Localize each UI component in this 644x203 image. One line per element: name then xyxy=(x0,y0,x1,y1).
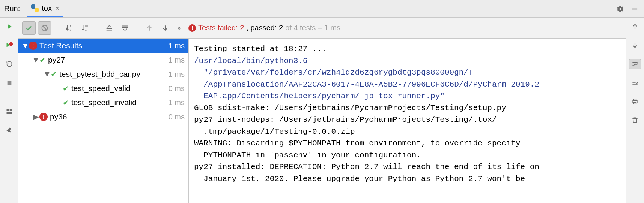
minimize-button[interactable] xyxy=(629,4,640,14)
tree-time: 1 ms xyxy=(169,70,185,79)
svg-text:!: ! xyxy=(10,43,11,46)
tree-time: 0 ms xyxy=(169,113,185,121)
toolbar-separator xyxy=(97,22,97,34)
more-button[interactable]: » xyxy=(174,21,184,35)
test-status-text: ! Tests failed: 2, passed: 2 of 4 tests … xyxy=(188,24,340,32)
tree-time: 1 ms xyxy=(169,42,185,50)
fail-indicator-icon: ! xyxy=(188,24,196,32)
toolbar-separator xyxy=(137,22,137,34)
console-output[interactable]: Testing started at 18:27 ... /usr/local/… xyxy=(189,39,626,203)
soft-wrap-button[interactable] xyxy=(629,59,641,69)
close-tab-icon[interactable]: ✕ xyxy=(55,5,60,12)
expand-all-button[interactable] xyxy=(102,21,116,35)
run-panel-header: Run: tox ✕ xyxy=(0,0,644,18)
toggle-autotest-button[interactable] xyxy=(3,59,15,69)
svg-text:a: a xyxy=(70,25,72,28)
show-ignored-button[interactable] xyxy=(38,21,51,35)
rerun-failed-button[interactable]: ! xyxy=(3,40,15,51)
scroll-up-button[interactable] xyxy=(629,21,641,32)
scroll-down-button[interactable] xyxy=(629,40,641,51)
scroll-to-end-button[interactable] xyxy=(629,78,641,88)
run-tab-tox[interactable]: tox ✕ xyxy=(27,0,63,17)
svg-rect-11 xyxy=(633,99,636,100)
tree-node-py27[interactable]: ▼ ✔ py27 1 ms xyxy=(18,53,188,67)
expander-icon[interactable]: ▼ xyxy=(32,55,39,64)
svg-text:z: z xyxy=(70,28,71,31)
gutter-separator xyxy=(4,97,14,97)
expander-icon[interactable]: ▶ xyxy=(32,112,39,121)
pass-icon: ✔ xyxy=(39,55,46,64)
settings-button[interactable] xyxy=(615,4,626,14)
collapse-all-button[interactable] xyxy=(118,21,132,35)
previous-failed-button[interactable] xyxy=(143,21,156,35)
tree-leaf-test1[interactable]: ✔ test_speed_valid 0 ms xyxy=(18,81,188,96)
tree-leaf-test2[interactable]: ✔ test_speed_invalid 1 ms xyxy=(18,96,188,110)
svg-rect-6 xyxy=(6,112,12,114)
pass-icon: ✔ xyxy=(63,84,69,93)
pin-button[interactable] xyxy=(3,125,15,136)
expander-icon[interactable]: ▼ xyxy=(43,70,51,79)
rerun-button[interactable] xyxy=(3,21,15,32)
toolbar-separator xyxy=(57,22,57,34)
test-tree: ▼ ! Test Results 1 ms ▼ ✔ py27 1 ms ▼ ✔ … xyxy=(18,39,189,203)
svg-rect-5 xyxy=(9,109,12,111)
svg-rect-0 xyxy=(632,9,637,9)
tree-node-file[interactable]: ▼ ✔ test_pytest_bdd_car.py 1 ms xyxy=(18,67,188,81)
fail-icon: ! xyxy=(29,42,37,50)
run-label: Run: xyxy=(4,4,27,13)
left-gutter: ! xyxy=(0,18,18,203)
tree-time: 0 ms xyxy=(169,84,185,93)
tree-root[interactable]: ▼ ! Test Results 1 ms xyxy=(18,39,188,53)
expander-icon[interactable]: ▼ xyxy=(21,41,29,50)
svg-rect-4 xyxy=(6,109,9,111)
tree-time: 1 ms xyxy=(169,99,185,107)
stop-button[interactable] xyxy=(3,78,15,88)
tree-time: 1 ms xyxy=(169,56,185,64)
tree-label: test_pytest_bdd_car.py xyxy=(59,70,169,79)
print-button[interactable] xyxy=(629,96,641,107)
next-failed-button[interactable] xyxy=(158,21,172,35)
tree-label: Test Results xyxy=(39,41,169,50)
tab-label: tox xyxy=(42,4,52,13)
right-gutter xyxy=(626,18,644,203)
sort-duration-button[interactable] xyxy=(78,21,92,35)
svg-rect-3 xyxy=(7,81,11,85)
clear-all-button[interactable] xyxy=(629,115,641,125)
tree-node-py36[interactable]: ▶ ! py36 0 ms xyxy=(18,110,188,124)
tree-label: test_speed_invalid xyxy=(71,98,169,107)
tree-label: py27 xyxy=(48,55,169,64)
python-icon xyxy=(31,4,39,12)
tree-label: py36 xyxy=(50,112,169,121)
fail-icon: ! xyxy=(39,113,48,121)
tree-label: test_speed_valid xyxy=(71,84,169,93)
test-toolbar: az » ! Tests failed xyxy=(18,18,626,39)
pass-icon: ✔ xyxy=(63,98,69,107)
sort-alphabetical-button[interactable]: az xyxy=(62,21,76,35)
pass-icon: ✔ xyxy=(51,70,57,79)
show-passed-button[interactable] xyxy=(22,21,36,35)
layout-button[interactable] xyxy=(3,106,15,117)
